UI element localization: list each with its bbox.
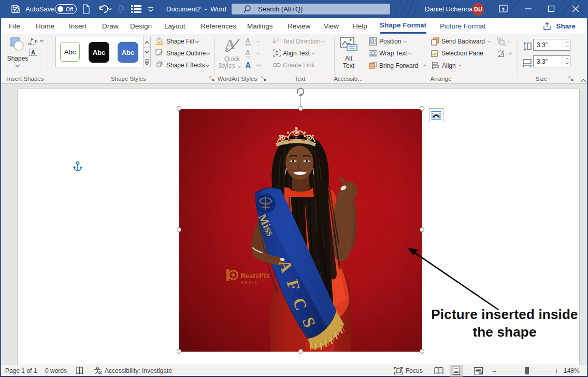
- svg-text:A: A: [245, 61, 251, 70]
- svg-text:BeatzPix: BeatzPix: [240, 271, 270, 280]
- svg-text:A: A: [246, 37, 250, 45]
- svg-text:A: A: [31, 49, 35, 55]
- svg-text:A: A: [246, 49, 250, 56]
- svg-text:MEDIA: MEDIA: [241, 281, 258, 284]
